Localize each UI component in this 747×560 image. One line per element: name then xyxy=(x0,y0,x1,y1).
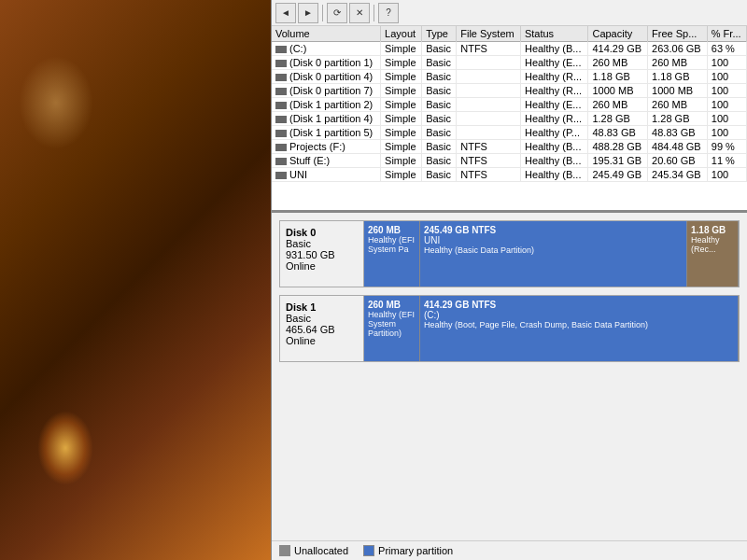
part-size-1-1: 414.29 GB NTFS xyxy=(424,300,734,310)
disk-type-1: Basic xyxy=(286,313,358,324)
table-cell-2: Basic xyxy=(422,42,457,56)
volumes-table: Volume Layout Type File System Status Ca… xyxy=(272,26,747,182)
table-cell-2: Basic xyxy=(422,126,457,140)
table-cell-0: Projects (F:) xyxy=(272,140,381,154)
col-type[interactable]: Type xyxy=(422,26,457,42)
partition-0-0[interactable]: 260 MB Healthy (EFI System Pa xyxy=(364,221,420,287)
partition-0-2[interactable]: 1.18 GB Healthy (Rec... xyxy=(687,221,739,287)
forward-button[interactable]: ► xyxy=(298,3,318,23)
table-cell-0: (C:) xyxy=(272,42,381,56)
table-row[interactable]: (Disk 0 partition 7)SimpleBasicHealthy (… xyxy=(272,84,747,98)
table-cell-3 xyxy=(457,98,521,112)
back-button[interactable]: ◄ xyxy=(275,3,296,23)
table-cell-2: Basic xyxy=(422,56,457,70)
table-row[interactable]: (Disk 1 partition 5)SimpleBasicHealthy (… xyxy=(272,126,747,140)
table-row[interactable]: (Disk 1 partition 2)SimpleBasicHealthy (… xyxy=(272,98,747,112)
part-size-1-0: 260 MB xyxy=(368,300,416,310)
disk-type-0: Basic xyxy=(286,238,358,249)
disk-partitions-1: 260 MB Healthy (EFI System Partition) 41… xyxy=(364,296,739,361)
table-cell-5: 245.49 GB xyxy=(588,168,648,182)
legend-primary-box xyxy=(363,545,374,556)
toolbar: ◄ ► ⟳ ✕ ? xyxy=(272,0,747,26)
table-row[interactable]: (C:)SimpleBasicNTFSHealthy (B...414.29 G… xyxy=(272,42,747,56)
part-size-0-0: 260 MB xyxy=(368,225,416,235)
partition-1-0[interactable]: 260 MB Healthy (EFI System Partition) xyxy=(364,296,420,361)
table-cell-0: (Disk 1 partition 5) xyxy=(272,126,381,140)
table-row[interactable]: (Disk 1 partition 4)SimpleBasicHealthy (… xyxy=(272,112,747,126)
table-row[interactable]: UNI SimpleBasicNTFSHealthy (B...245.49 G… xyxy=(272,168,747,182)
volume-icon xyxy=(275,130,287,137)
partition-0-1[interactable]: 245.49 GB NTFS UNI Healthy (Basic Data P… xyxy=(420,221,687,287)
part-health-0-1: Healthy (Basic Data Partition) xyxy=(424,245,683,255)
table-cell-1: Simple xyxy=(381,140,422,154)
table-cell-1: Simple xyxy=(381,168,422,182)
table-cell-2: Basic xyxy=(422,70,457,84)
table-row[interactable]: Stuff (E:)SimpleBasicNTFSHealthy (B...19… xyxy=(272,154,747,168)
table-cell-4: Healthy (R... xyxy=(520,70,588,84)
table-cell-2: Basic xyxy=(422,98,457,112)
table-cell-4: Healthy (E... xyxy=(520,98,588,112)
refresh-button[interactable]: ⟳ xyxy=(327,3,347,23)
legend-unallocated-box xyxy=(279,545,290,556)
table-cell-2: Basic xyxy=(422,84,457,98)
col-capacity[interactable]: Capacity xyxy=(588,26,648,42)
disk-label-0: Disk 0 Basic 931.50 GB Online xyxy=(280,221,364,287)
table-cell-0: UNI xyxy=(272,168,381,182)
partition-1-1[interactable]: 414.29 GB NTFS (C:) Healthy (Boot, Page … xyxy=(420,296,739,361)
disk-status-0: Online xyxy=(286,260,358,272)
table-cell-3: NTFS xyxy=(457,154,521,168)
volume-icon xyxy=(275,116,287,123)
disk-management-window: ◄ ► ⟳ ✕ ? Volume Layout Type File System… xyxy=(271,0,747,560)
table-cell-7: 11 % xyxy=(707,154,746,168)
table-row[interactable]: Projects (F:)SimpleBasicNTFSHealthy (B..… xyxy=(272,140,747,154)
table-cell-5: 414.29 GB xyxy=(588,42,648,56)
table-cell-5: 48.83 GB xyxy=(588,126,648,140)
toolbar-separator-1 xyxy=(322,5,323,21)
col-volume[interactable]: Volume xyxy=(272,26,381,42)
table-cell-7: 100 xyxy=(707,84,746,98)
table-cell-1: Simple xyxy=(381,98,422,112)
table-cell-3 xyxy=(457,126,521,140)
table-cell-3 xyxy=(457,56,521,70)
disk-label-1: Disk 1 Basic 465.64 GB Online xyxy=(280,296,364,361)
table-cell-6: 20.60 GB xyxy=(648,154,708,168)
table-cell-3 xyxy=(457,112,521,126)
table-cell-0: (Disk 0 partition 7) xyxy=(272,84,381,98)
cancel-button[interactable]: ✕ xyxy=(349,3,370,23)
col-layout[interactable]: Layout xyxy=(381,26,422,42)
help-button[interactable]: ? xyxy=(378,3,399,23)
table-cell-2: Basic xyxy=(422,154,457,168)
col-status[interactable]: Status xyxy=(520,26,588,42)
background-photo xyxy=(0,0,271,560)
table-cell-5: 1.28 GB xyxy=(588,112,648,126)
table-row[interactable]: (Disk 0 partition 1)SimpleBasicHealthy (… xyxy=(272,56,747,70)
table-cell-4: Healthy (R... xyxy=(520,84,588,98)
legend-unallocated: Unallocated xyxy=(279,545,348,556)
table-cell-0: (Disk 0 partition 4) xyxy=(272,70,381,84)
table-cell-1: Simple xyxy=(381,42,422,56)
table-cell-3: NTFS xyxy=(457,168,521,182)
disk-partitions-0: 260 MB Healthy (EFI System Pa 245.49 GB … xyxy=(364,221,739,287)
table-cell-3: NTFS xyxy=(457,42,521,56)
volume-icon xyxy=(275,172,287,179)
volume-icon xyxy=(275,102,287,109)
table-cell-6: 263.06 GB xyxy=(648,42,708,56)
table-cell-0: (Disk 0 partition 1) xyxy=(272,56,381,70)
table-cell-7: 100 xyxy=(707,168,746,182)
table-cell-2: Basic xyxy=(422,168,457,182)
part-health-1-1: Healthy (Boot, Page File, Crash Dump, Ba… xyxy=(424,320,734,329)
disk-view-area: Disk 0 Basic 931.50 GB Online 260 MB Hea… xyxy=(272,213,747,540)
volume-icon xyxy=(275,144,287,151)
table-cell-1: Simple xyxy=(381,84,422,98)
col-filesystem[interactable]: File System xyxy=(457,26,521,42)
table-cell-6: 260 MB xyxy=(648,56,708,70)
table-cell-1: Simple xyxy=(381,56,422,70)
volume-icon xyxy=(275,158,287,165)
col-free[interactable]: Free Sp... xyxy=(648,26,708,42)
table-cell-5: 1000 MB xyxy=(588,84,648,98)
volume-icon xyxy=(275,60,287,67)
col-pct[interactable]: % Fr... xyxy=(707,26,746,42)
table-row[interactable]: (Disk 0 partition 4)SimpleBasicHealthy (… xyxy=(272,70,747,84)
table-cell-3: NTFS xyxy=(457,140,521,154)
table-cell-0: (Disk 1 partition 4) xyxy=(272,112,381,126)
